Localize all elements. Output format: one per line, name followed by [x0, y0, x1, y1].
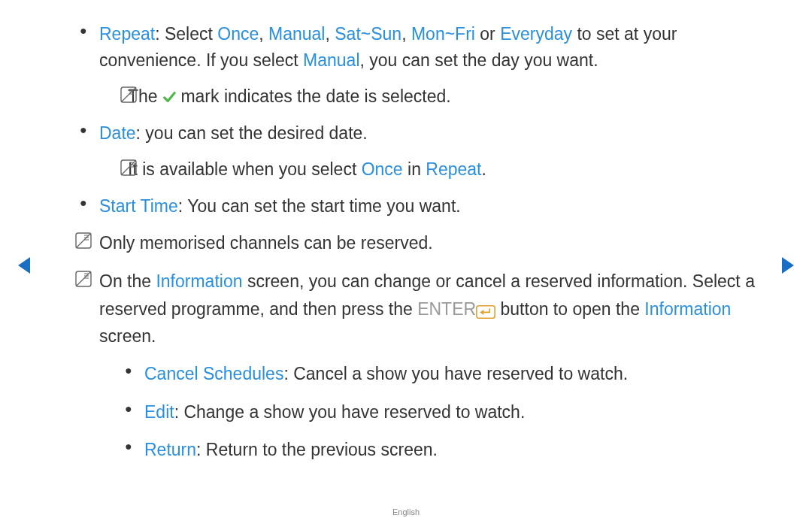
text: in	[403, 159, 426, 179]
bullet-date: Date: you can set the desired date.	[75, 120, 759, 147]
opt-manual: Manual	[268, 24, 325, 44]
bullet-repeat: Repeat: Select Once, Manual, Sat~Sun, Mo…	[75, 21, 759, 73]
text: Only memorised channels can be reserved.	[99, 233, 433, 253]
enter-icon	[476, 304, 495, 319]
text: : Return to the previous screen.	[196, 440, 438, 459]
opt-monfri: Mon~Fri	[411, 24, 475, 44]
text: It is available when you select	[128, 159, 362, 179]
label-information: Information	[644, 299, 731, 319]
checkmark-icon	[162, 90, 176, 104]
text: : You can set the start time you want.	[178, 196, 461, 216]
text: .	[482, 159, 486, 179]
nav-next-button[interactable]	[780, 256, 795, 275]
text: : Cancel a show you have reserved to wat…	[283, 364, 628, 383]
text: : Select	[155, 24, 217, 44]
label-date: Date	[99, 123, 136, 143]
opt-satsun: Sat~Sun	[335, 24, 401, 44]
note-memorised-channels: Only memorised channels can be reserved.	[75, 229, 759, 257]
text: : you can set the desired date.	[136, 123, 368, 143]
label-start-time: Start Time	[99, 196, 178, 216]
text: mark indicates the date is selected.	[176, 86, 451, 106]
note-icon	[120, 86, 137, 103]
bullet-start-time: Start Time: You can set the start time y…	[75, 193, 759, 220]
note-information-screen: On the Information screen, you can chang…	[75, 268, 759, 350]
label-cancel-schedules: Cancel Schedules	[144, 364, 283, 383]
bullet-return: Return: Return to the previous screen.	[120, 437, 759, 463]
label-enter-key: ENTER	[417, 299, 476, 319]
svg-marker-11	[480, 309, 483, 314]
opt-everyday: Everyday	[500, 24, 572, 44]
text: ,	[259, 24, 268, 44]
label-information: Information	[156, 271, 242, 291]
note-checkmark-meaning: The mark indicates the date is selected.	[98, 83, 759, 110]
note-date-availability: It is available when you select Once in …	[98, 156, 759, 183]
text: ,	[325, 24, 335, 44]
text: screen.	[99, 326, 156, 346]
label-edit: Edit	[144, 402, 174, 422]
footer-language: English	[0, 507, 812, 516]
note-icon	[75, 232, 92, 249]
bullet-cancel-schedules: Cancel Schedules: Cancel a show you have…	[120, 361, 759, 387]
triangle-right-icon	[780, 256, 795, 275]
triangle-left-icon	[17, 256, 32, 275]
text: : Change a show you have reserved to wat…	[174, 402, 526, 422]
bullet-edit: Edit: Change a show you have reserved to…	[120, 399, 759, 426]
label-return: Return	[144, 440, 196, 459]
text: button to open the	[495, 299, 644, 319]
opt-once: Once	[362, 159, 403, 179]
note-icon	[120, 159, 137, 176]
text: On the	[99, 271, 156, 291]
text: or	[475, 24, 500, 44]
label-repeat: Repeat	[99, 24, 155, 44]
nav-prev-button[interactable]	[17, 256, 32, 275]
text: ,	[401, 24, 411, 44]
svg-marker-0	[18, 257, 30, 274]
opt-manual2: Manual	[303, 50, 359, 70]
text: , you can set the day you want.	[360, 50, 598, 70]
note-icon	[75, 271, 92, 287]
label-repeat-ref: Repeat	[426, 159, 481, 179]
opt-once: Once	[217, 24, 259, 44]
manual-page: Repeat: Select Once, Manual, Sat~Sun, Mo…	[0, 0, 812, 530]
svg-marker-1	[782, 257, 794, 274]
